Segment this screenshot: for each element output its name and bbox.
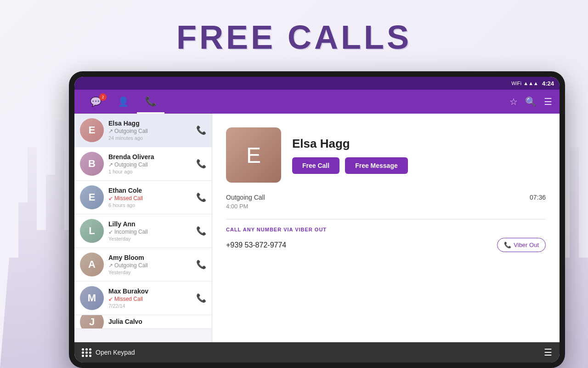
call-time-ethan: 6 hours ago <box>108 202 192 208</box>
contact-avatar-inner: E <box>226 127 281 183</box>
phone-icon-amy[interactable]: 📞 <box>196 259 206 270</box>
call-list-item-brenda[interactable]: B Brenda Olivera ↗ Outgoing Call 1 hour … <box>74 147 212 181</box>
call-type-ethan: ↙ Missed Call <box>108 195 192 201</box>
contact-detail-panel: E Elsa Hagg Free Call Free Message Outgo… <box>212 114 560 342</box>
calls-icon: 📞 <box>145 96 157 107</box>
contact-actions: Free Call Free Message <box>292 157 546 174</box>
call-info-lilly: Lilly Ann ↙ Incoming Call Yesterday <box>108 220 192 242</box>
call-time-amy: Yesterday <box>108 270 192 275</box>
avatar-amy: A <box>80 253 104 276</box>
contact-header: E Elsa Hagg Free Call Free Message <box>226 127 546 183</box>
contact-name-section: Elsa Hagg Free Call Free Message <box>292 137 546 174</box>
call-list-item-ethan[interactable]: E Ethan Cole ↙ Missed Call 6 hours ago 📞 <box>74 181 212 214</box>
tablet-screen: WiFi ▲▲▲ 4:24 💬 2 👤 📞 ☆ 🔍 <box>74 77 560 362</box>
call-time-lilly: Yesterday <box>108 236 192 242</box>
call-info-julia: Julia Calvo <box>108 318 206 326</box>
phone-icon-max[interactable]: 📞 <box>196 293 206 303</box>
outgoing-arrow-icon: ↗ <box>108 128 113 134</box>
avatar-julia: J <box>80 315 104 329</box>
signal-icon: ▲▲▲ <box>523 80 538 86</box>
avatar-ethan: E <box>80 185 104 209</box>
status-bar: WiFi ▲▲▲ 4:24 <box>74 77 560 90</box>
call-type-max: ↙ Missed Call <box>108 296 192 302</box>
caller-name-amy: Amy Bloom <box>108 254 192 261</box>
free-message-button[interactable]: Free Message <box>345 157 408 174</box>
call-record-type: Outgoing Call <box>226 194 265 201</box>
call-list-item-julia[interactable]: J Julia Calvo <box>74 315 212 329</box>
call-time-max: 7/22/14 <box>108 303 192 309</box>
caller-name-brenda: Brenda Olivera <box>108 153 192 161</box>
contacts-icon: 👤 <box>118 96 129 107</box>
call-record: Outgoing Call 07:36 4:00 PM <box>226 194 546 210</box>
tab-chat[interactable]: 💬 2 <box>82 90 109 114</box>
phone-number: +939 53-872-9774 <box>226 241 286 249</box>
wifi-icon: WiFi <box>511 80 521 86</box>
avatar-placeholder: E <box>80 118 104 142</box>
call-info-max: Max Burakov ↙ Missed Call 7/22/14 <box>108 288 192 309</box>
avatar-placeholder: L <box>80 219 104 243</box>
outgoing-arrow-icon: ↗ <box>108 161 113 168</box>
call-list-item-amy[interactable]: A Amy Bloom ↗ Outgoing Call Yesterday 📞 <box>74 248 212 282</box>
call-list: E Elsa Hagg ↗ Outgoing Call 24 minutes a… <box>74 114 212 342</box>
page-title: FREE CALLS <box>176 18 412 56</box>
search-icon[interactable]: 🔍 <box>525 96 537 107</box>
viber-out-label: CALL ANY NUMBER VIA VIBER OUT <box>226 227 546 232</box>
call-list-item-max[interactable]: M Max Burakov ↙ Missed Call 7/22/14 📞 <box>74 282 212 315</box>
call-type-elsa: ↗ Outgoing Call <box>108 128 192 134</box>
tab-calls[interactable]: 📞 <box>137 90 164 114</box>
caller-name-max: Max Burakov <box>108 288 192 295</box>
open-keypad-button[interactable]: Open Keypad <box>82 348 135 357</box>
menu-icon[interactable]: ☰ <box>544 96 552 107</box>
phone-row: +939 53-872-9774 📞 Viber Out <box>226 238 546 252</box>
viber-out-button[interactable]: 📞 Viber Out <box>497 238 546 252</box>
avatar-brenda: B <box>80 152 104 176</box>
caller-name-julia: Julia Calvo <box>108 318 206 325</box>
nav-right-actions: ☆ 🔍 ☰ <box>509 96 552 107</box>
call-type-lilly: ↙ Incoming Call <box>108 229 192 235</box>
missed-arrow-icon: ↙ <box>108 195 113 201</box>
keypad-dots-icon <box>82 348 92 357</box>
avatar-placeholder: M <box>80 286 104 310</box>
call-info-elsa: Elsa Hagg ↗ Outgoing Call 24 minutes ago <box>108 120 192 141</box>
chat-badge: 2 <box>99 93 107 101</box>
call-type-brenda: ↗ Outgoing Call <box>108 161 192 168</box>
phone-icon-brenda[interactable]: 📞 <box>196 159 206 169</box>
main-content: E Elsa Hagg ↗ Outgoing Call 24 minutes a… <box>74 114 560 342</box>
viber-out-btn-label: Viber Out <box>514 242 539 248</box>
bottom-bar: Open Keypad ☰ <box>74 342 560 362</box>
nav-tabs: 💬 2 👤 📞 <box>82 90 509 114</box>
caller-name-ethan: Ethan Cole <box>108 187 192 194</box>
status-time: 4:24 <box>542 80 554 87</box>
status-icons: WiFi ▲▲▲ <box>511 80 538 86</box>
call-info-amy: Amy Bloom ↗ Outgoing Call Yesterday <box>108 254 192 275</box>
tab-contacts[interactable]: 👤 <box>109 90 137 114</box>
phone-icon-elsa[interactable]: 📞 <box>196 125 206 135</box>
avatar-placeholder: J <box>80 315 104 329</box>
hamburger-icon[interactable]: ☰ <box>544 347 552 358</box>
call-info-brenda: Brenda Olivera ↗ Outgoing Call 1 hour ag… <box>108 153 192 174</box>
call-type-amy: ↗ Outgoing Call <box>108 262 192 269</box>
favorites-icon[interactable]: ☆ <box>509 96 518 107</box>
call-list-item-elsa[interactable]: E Elsa Hagg ↗ Outgoing Call 24 minutes a… <box>74 114 212 147</box>
call-list-item-lilly[interactable]: L Lilly Ann ↙ Incoming Call Yesterday 📞 <box>74 214 212 248</box>
free-call-button[interactable]: Free Call <box>292 157 339 174</box>
call-time-brenda: 1 hour ago <box>108 169 192 174</box>
caller-name-elsa: Elsa Hagg <box>108 120 192 127</box>
phone-icon-lilly[interactable]: 📞 <box>196 226 206 236</box>
avatar-max: M <box>80 286 104 310</box>
contact-name: Elsa Hagg <box>292 137 546 151</box>
avatar-elsa: E <box>80 118 104 142</box>
contact-avatar-large: E <box>226 127 281 183</box>
nav-bar: 💬 2 👤 📞 ☆ 🔍 ☰ <box>74 90 560 114</box>
avatar-placeholder: B <box>80 152 104 176</box>
caller-name-lilly: Lilly Ann <box>108 220 192 228</box>
open-keypad-label: Open Keypad <box>96 349 135 356</box>
incoming-arrow-icon: ↙ <box>108 229 113 235</box>
avatar-placeholder: A <box>80 253 104 276</box>
viber-out-phone-icon: 📞 <box>504 242 511 248</box>
call-record-row: Outgoing Call 07:36 <box>226 194 546 201</box>
avatar-lilly: L <box>80 219 104 243</box>
missed-arrow-icon: ↙ <box>108 296 113 302</box>
call-time-elsa: 24 minutes ago <box>108 135 192 141</box>
phone-icon-ethan[interactable]: 📞 <box>196 192 206 202</box>
